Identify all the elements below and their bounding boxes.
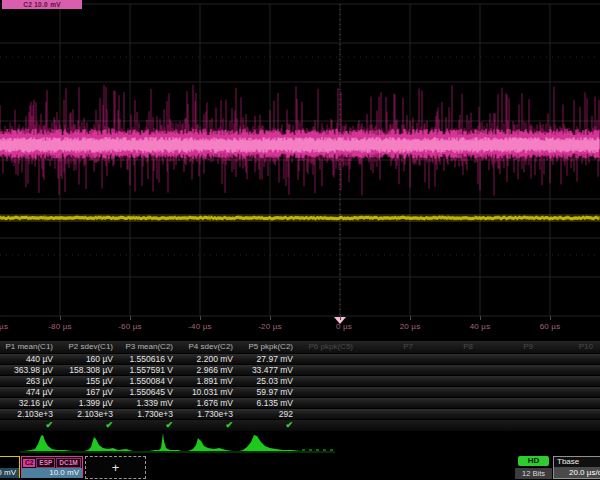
measurement-cell <box>300 354 360 364</box>
axis-label: 20 µs <box>400 322 421 331</box>
measurement-cell <box>540 365 600 375</box>
hd-bits-label: 12 Bits <box>515 468 552 479</box>
measurement-cell <box>300 409 360 419</box>
measurement-cell <box>360 387 420 397</box>
axis-label: -80 µs <box>48 322 72 331</box>
measurement-stat-row: 32.16 µV1.399 µV1.339 mV1.676 mV6.135 mV <box>0 398 600 409</box>
measurement-stat-row: 440 µV160 µV1.550616 V2.200 mV27.97 mV <box>0 354 600 365</box>
add-trace-button[interactable]: + <box>85 456 146 479</box>
measurement-cell: 1.676 mV <box>180 398 240 408</box>
histicon <box>24 435 73 451</box>
axis-label: -100 µs <box>0 322 8 331</box>
measurement-column-header[interactable]: P3 mean(C2) <box>120 341 180 353</box>
measurement-cell <box>480 398 540 408</box>
measurement-cell <box>540 409 600 419</box>
measurement-column-header[interactable]: P1 mean(C1) <box>0 341 60 353</box>
axis-tick <box>200 316 201 320</box>
measurement-cell <box>360 365 420 375</box>
measurement-cell: 1.730e+3 <box>180 409 240 419</box>
measurement-cell <box>420 398 480 408</box>
measurement-cell <box>540 354 600 364</box>
axis-tick <box>480 316 481 320</box>
c2-coupling-chip: DC1M <box>56 458 80 468</box>
axis-label: -40 µs <box>188 322 212 331</box>
histicon <box>149 433 182 451</box>
measurement-table: P1 mean(C1)P2 sdev(C1)P3 mean(C2)P4 sdev… <box>0 341 600 432</box>
oscilloscope-screen: C2 10.0 mV -100 µs-80 µs-60 µs-40 µs-20 … <box>0 0 600 480</box>
axis-label: -60 µs <box>118 322 142 331</box>
histicon <box>188 438 233 451</box>
measurement-cell <box>360 398 420 408</box>
measurement-cell <box>540 398 600 408</box>
measurement-cell: 1.339 mV <box>120 398 180 408</box>
measurement-header-row: P1 mean(C1)P2 sdev(C1)P3 mean(C2)P4 sdev… <box>0 341 600 354</box>
measurement-cell: 1.399 µV <box>60 398 120 408</box>
measurement-cell: 363.98 µV <box>0 365 60 375</box>
axis-tick <box>410 316 411 320</box>
measurement-cell <box>420 376 480 386</box>
measurement-column-header[interactable]: P4 sdev(C2) <box>180 341 240 353</box>
measurement-cell: 158.308 µV <box>60 365 120 375</box>
measurement-column-header[interactable]: P9 <box>480 341 540 353</box>
trace-label-c2[interactable]: C2 10.0 mV <box>2 0 82 9</box>
measurement-column-header[interactable]: P6 pkpk(C5) <box>300 341 360 353</box>
descriptor-bar: C1 DC1M 10.0 mV C2 ESP DC1M 10.0 mV + HD… <box>0 455 600 480</box>
measurement-cell: 263 µV <box>0 376 60 386</box>
c2-vertical-scale: 10.0 mV <box>22 468 82 478</box>
measurement-cell: 1.550616 V <box>120 354 180 364</box>
measurement-stat-row: 363.98 µV158.308 µV1.557591 V2.966 mV33.… <box>0 365 600 376</box>
timebase-label: Tbase <box>554 457 600 467</box>
timebase-descriptor[interactable]: Tbase 20.0 µs/div <box>553 456 600 479</box>
measurement-cell <box>420 365 480 375</box>
measurement-cell <box>540 387 600 397</box>
measurement-cell <box>360 354 420 364</box>
measurement-cell <box>480 354 540 364</box>
measurement-column-header[interactable]: P2 sdev(C1) <box>60 341 120 353</box>
measurement-cell: 2.966 mV <box>180 365 240 375</box>
measurement-cell: 25.03 mV <box>240 376 300 386</box>
measurement-column-header[interactable]: P8 <box>420 341 480 353</box>
axis-label: 40 µs <box>470 322 491 331</box>
axis-label: 0 µs <box>336 322 352 331</box>
measurement-cell: 2.103e+3 <box>0 409 60 419</box>
measurement-cell: 1.550645 V <box>120 387 180 397</box>
measurement-cell <box>480 365 540 375</box>
channel-descriptor-c2[interactable]: C2 ESP DC1M 10.0 mV <box>21 456 83 478</box>
measurement-cell <box>480 387 540 397</box>
measurement-cell <box>300 376 360 386</box>
measurement-cell: 27.97 mV <box>240 354 300 364</box>
measurement-cell: 155 µV <box>60 376 120 386</box>
measurement-cell <box>360 409 420 419</box>
measurement-cell <box>360 376 420 386</box>
histicon <box>239 435 301 451</box>
waveform-grid <box>0 0 600 334</box>
measurement-stat-row: 2.103e+32.103e+31.730e+31.730e+3292 <box>0 409 600 420</box>
measurement-cell <box>300 398 360 408</box>
measurement-cell: 440 µV <box>0 354 60 364</box>
measurement-column-header[interactable]: P5 pkpk(C2) <box>240 341 300 353</box>
measurement-column-header[interactable]: P7 <box>360 341 420 353</box>
axis-label: 60 µs <box>540 322 561 331</box>
measurement-cell <box>480 376 540 386</box>
measurement-cell: 2.103e+3 <box>60 409 120 419</box>
axis-tick <box>60 316 61 320</box>
measurement-histicons <box>0 428 600 455</box>
measurement-cell: 59.97 mV <box>240 387 300 397</box>
measurement-cell <box>480 409 540 419</box>
channel-descriptor-c1[interactable]: C1 DC1M 10.0 mV <box>0 456 20 478</box>
time-axis: -100 µs-80 µs-60 µs-40 µs-20 µs0 µs20 µs… <box>0 316 600 336</box>
measurement-cell <box>420 409 480 419</box>
measurement-cell <box>540 376 600 386</box>
axis-label: -20 µs <box>258 322 282 331</box>
measurement-cell: 292 <box>240 409 300 419</box>
measurement-stat-row: 263 µV155 µV1.550084 V1.891 mV25.03 mV <box>0 376 600 387</box>
measurement-cell: 160 µV <box>60 354 120 364</box>
hd-mode-badge[interactable]: HD <box>518 456 549 466</box>
measurement-cell: 1.557591 V <box>120 365 180 375</box>
measurement-column-header[interactable]: P10 <box>540 341 600 353</box>
measurement-cell: 33.477 mV <box>240 365 300 375</box>
c1-vertical-scale: 10.0 mV <box>0 468 19 478</box>
axis-tick <box>340 316 341 320</box>
timebase-value: 20.0 µs/div <box>554 467 600 478</box>
measurement-cell: 32.16 µV <box>0 398 60 408</box>
